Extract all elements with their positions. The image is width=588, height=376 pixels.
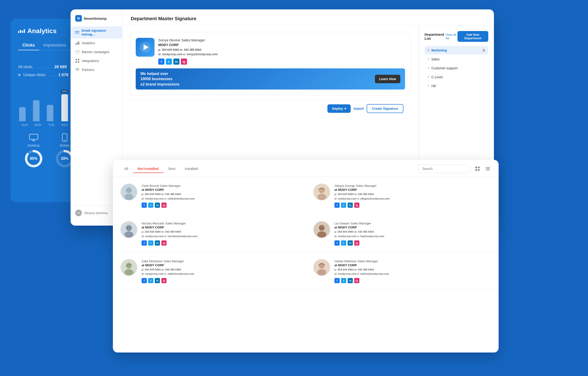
tab-clicks[interactable]: Clicks (18, 41, 39, 50)
view-all-link[interactable]: View all list (446, 33, 458, 40)
emp-social: f t in ig (334, 240, 491, 246)
instagram-icon[interactable]: ig (161, 203, 167, 208)
dept-item-marketing[interactable]: ⠿ Marketing 🗑 (425, 46, 488, 54)
filter-tab-installed[interactable]: Installed (180, 165, 203, 173)
linkedin-icon[interactable]: in (173, 59, 180, 65)
logo-text: Newoldstamp (84, 16, 107, 21)
facebook-icon[interactable]: f (334, 203, 340, 208)
emp-detail: p: 254 644 5484 m: 542 485 6464 w: modyc… (142, 267, 298, 276)
filter-tab-sent[interactable]: Sent (163, 165, 180, 173)
bar-rect (33, 100, 40, 121)
instagram-icon[interactable]: ig (181, 59, 187, 65)
emp-name: Harlee Mathews Sales Manager (334, 259, 491, 263)
emp-name: Clark Bouvet Sales Manager (142, 184, 298, 188)
twitter-icon[interactable]: t (148, 240, 153, 246)
instagram-icon[interactable]: ig (161, 240, 167, 246)
emp-info-harlee: Harlee Mathews Sales Manager at MODY COR… (334, 259, 491, 283)
facebook-icon[interactable]: f (142, 278, 147, 283)
linkedin-icon[interactable]: in (155, 203, 160, 208)
deploy-button[interactable]: Deploy ▾ (327, 104, 351, 113)
facebook-icon[interactable]: f (142, 203, 147, 208)
emp-name: Nicolas Mercado Sales Manager (142, 221, 298, 225)
desktop-icon (28, 133, 39, 142)
twitter-icon[interactable]: t (148, 203, 153, 208)
action-bar: Deploy ▾ Import Create Signature (130, 100, 411, 117)
facebook-icon[interactable]: f (334, 240, 340, 246)
emp-detail: p: 254 644 5484 m: 542 485 6464 w: modyc… (334, 230, 491, 238)
grid-view-button[interactable] (473, 165, 482, 173)
sig-banner-btn[interactable]: Learn How (375, 75, 400, 83)
emp-company: at MODY CORP (334, 263, 491, 267)
svg-rect-16 (78, 41, 79, 45)
analytics-icon (18, 29, 25, 33)
filter-tab-not-installed[interactable]: Not Installed (133, 165, 163, 173)
svg-point-23 (77, 68, 79, 70)
emp-company: at MODY CORP (142, 226, 298, 229)
svg-rect-17 (75, 51, 79, 53)
filter-tab-all[interactable]: All (119, 165, 133, 173)
facebook-icon[interactable]: f (142, 240, 147, 246)
instagram-icon[interactable]: ig (354, 240, 359, 246)
desktop-label: Desktop (28, 144, 40, 147)
drag-icon: ⠿ (427, 49, 429, 52)
sidebar-item-email[interactable]: Email signature manag... (71, 26, 122, 39)
bottom-filter-row: All Not Installed Sent Installed (113, 160, 499, 177)
emp-name: Zakk Mcfarlane Sales Manager (142, 259, 298, 263)
delete-icon[interactable]: 🗑 (482, 48, 485, 52)
svg-point-56 (317, 269, 326, 275)
svg-rect-31 (486, 168, 490, 169)
twitter-icon[interactable]: t (341, 278, 346, 283)
bar-rect (19, 107, 26, 121)
dept-item-label: HR (431, 84, 436, 88)
emp-avatar-zakk (120, 259, 137, 276)
emp-name: Lia Sawyer Sales Manager (334, 221, 491, 225)
list-view-button[interactable] (484, 165, 492, 173)
svg-point-40 (126, 225, 132, 231)
chart-icon (75, 41, 79, 45)
bar-rect-active (61, 94, 68, 121)
instagram-icon[interactable]: ig (354, 278, 359, 283)
twitter-icon[interactable]: t (341, 240, 346, 246)
twitter-icon[interactable]: t (341, 203, 346, 208)
user-avatar: OZ (75, 210, 82, 216)
linkedin-icon[interactable]: in (348, 203, 353, 208)
sidebar-item-integrations[interactable]: Integrations (71, 56, 122, 65)
envelope-icon (75, 30, 79, 34)
create-signature-button[interactable]: Create Signature (367, 104, 403, 113)
sidebar-item-partners[interactable]: Partners (71, 65, 122, 74)
sig-banner: We helped over10000 businessesx2 brand i… (136, 68, 405, 90)
emp-avatar-allegra (313, 184, 330, 200)
instagram-icon[interactable]: ig (161, 278, 167, 283)
sidebar-logo: N Newoldstamp (71, 15, 122, 26)
linkedin-icon[interactable]: in (155, 278, 160, 283)
emp-avatar-clark (120, 184, 137, 200)
instagram-icon[interactable]: ig (354, 203, 359, 208)
svg-rect-21 (78, 61, 79, 63)
tab-impressions[interactable]: Impressions (39, 41, 70, 50)
facebook-icon[interactable]: f (158, 59, 164, 65)
linkedin-icon[interactable]: in (348, 278, 353, 283)
import-button[interactable]: Import (353, 107, 364, 110)
dept-item-clevel[interactable]: ⠿ C-Level (425, 73, 488, 81)
dept-item-support[interactable]: ⠿ Customer support (425, 64, 488, 72)
unique-clicks-label: Unique clicks (23, 73, 45, 77)
bar-tue (47, 105, 53, 121)
twitter-icon[interactable]: t (166, 59, 172, 65)
dept-item-sales[interactable]: ⠿ Sales (425, 55, 488, 63)
sidebar-item-banner[interactable]: Banner campaigns (71, 47, 122, 56)
dept-item-hr[interactable]: ⠿ HR (425, 82, 488, 90)
sig-top: Sonya Devine Sales Manager MODY CORP p: … (136, 38, 405, 65)
svg-point-49 (320, 228, 321, 229)
linkedin-icon[interactable]: in (348, 240, 353, 246)
facebook-icon[interactable]: f (334, 278, 340, 283)
twitter-icon[interactable]: t (148, 278, 153, 283)
search-input[interactable] (418, 165, 470, 173)
signature-card: Sonya Devine Sales Manager MODY CORP p: … (130, 32, 411, 95)
sidebar-item-analytics[interactable]: Analytics (71, 39, 122, 47)
svg-point-34 (126, 187, 132, 193)
dept-item-label: Customer support (431, 66, 458, 70)
all-clicks-line: All clicks ............ 20 689 (18, 65, 68, 69)
sidebar-item-label: Partners (82, 68, 94, 72)
linkedin-icon[interactable]: in (155, 240, 160, 246)
add-dept-button[interactable]: Add New Department (458, 31, 488, 42)
